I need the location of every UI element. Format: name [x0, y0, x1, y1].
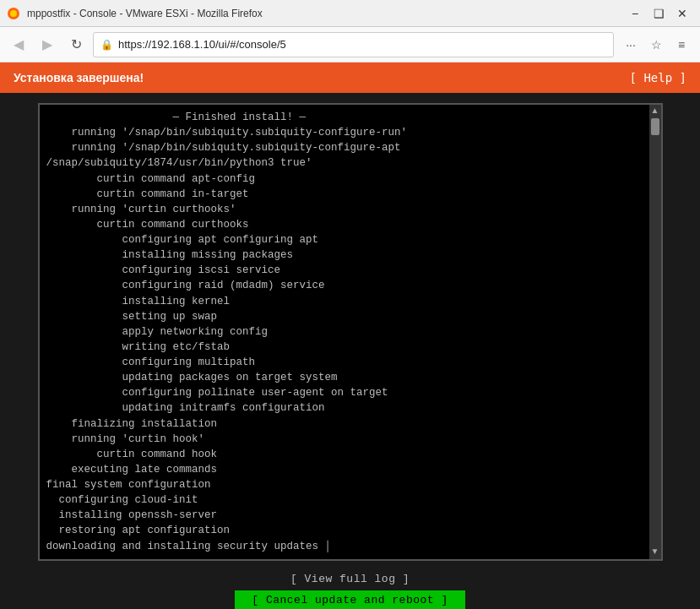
toolbar-right: ··· ☆ ≡	[619, 33, 693, 57]
window-title: mppostfix - Console - VMware ESXi - Mozi…	[27, 8, 263, 19]
console-box: ─ Finished install! ─ running '/snap/bin…	[38, 103, 663, 561]
titlebar: mppostfix - Console - VMware ESXi - Mozi…	[0, 0, 700, 27]
svg-point-1	[10, 10, 17, 17]
menu-button[interactable]: ≡	[670, 33, 693, 57]
minimize-button[interactable]: −	[624, 3, 646, 24]
url-text: https://192.168.1.10/ui/#/console/5	[118, 38, 606, 51]
back-button[interactable]: ◀	[7, 33, 30, 57]
scroll-up-arrow[interactable]: ▲	[651, 105, 659, 117]
titlebar-left: mppostfix - Console - VMware ESXi - Mozi…	[7, 7, 263, 20]
restore-button[interactable]: ❑	[648, 3, 670, 24]
more-button[interactable]: ···	[619, 33, 643, 57]
scroll-thumb[interactable]	[651, 118, 659, 135]
console-wrapper: ─ Finished install! ─ running '/snap/bin…	[0, 93, 700, 609]
console-output: ─ Finished install! ─ running '/snap/bin…	[46, 110, 654, 554]
buttons-row: [ View full log ] [ Cancel update and re…	[235, 573, 464, 609]
address-box[interactable]: 🔒 https://192.168.1.10/ui/#/console/5	[93, 32, 614, 57]
refresh-button[interactable]: ↻	[64, 33, 88, 57]
bookmark-button[interactable]: ☆	[644, 33, 668, 57]
scrollbar[interactable]: ▲ ▼	[649, 105, 661, 559]
firefox-icon	[7, 7, 20, 20]
forward-button[interactable]: ▶	[35, 33, 59, 57]
orange-header: Установка завершена! [ Help ]	[0, 63, 700, 93]
window-controls: − ❑ ✕	[624, 3, 693, 24]
close-button[interactable]: ✕	[671, 3, 693, 24]
addressbar: ◀ ▶ ↻ 🔒 https://192.168.1.10/ui/#/consol…	[0, 27, 700, 63]
scroll-down-arrow[interactable]: ▼	[651, 546, 659, 557]
help-label[interactable]: [ Help ]	[630, 71, 686, 84]
lock-icon: 🔒	[100, 39, 113, 51]
header-title: Установка завершена!	[14, 71, 144, 84]
view-log-button[interactable]: [ View full log ]	[290, 573, 410, 585]
cancel-reboot-button[interactable]: [ Cancel update and reboot ]	[235, 590, 464, 609]
